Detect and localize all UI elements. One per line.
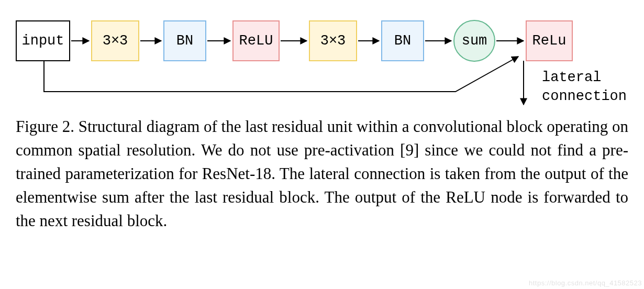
arrow-icon <box>280 36 309 46</box>
arrow-icon <box>357 36 381 46</box>
relu-block-1: ReLU <box>232 20 280 61</box>
arrow-icon <box>139 36 163 46</box>
relu-block-1-label: ReLU <box>239 33 273 49</box>
lateral-connection-label: lateral connection <box>542 68 627 106</box>
residual-unit-diagram: input 3×3 BN ReLU 3×3 BN <box>16 10 628 110</box>
input-block-label: input <box>22 33 64 49</box>
conv3x3-block-1: 3×3 <box>91 20 139 61</box>
bn-block-2-label: BN <box>394 33 411 49</box>
watermark-text: https://blog.csdn.net/qq_41582523 <box>529 279 642 287</box>
arrow-icon <box>424 36 453 46</box>
sum-node-label: sum <box>462 33 487 49</box>
arrow-icon <box>495 36 526 46</box>
figure-caption: Figure 2. Structural diagram of the last… <box>16 115 628 233</box>
arrow-icon <box>70 36 91 46</box>
skip-connection-path <box>44 57 518 92</box>
input-block: input <box>16 20 70 61</box>
bn-block-1-label: BN <box>176 33 193 49</box>
bn-block-1: BN <box>163 20 206 61</box>
arrow-icon <box>206 36 232 46</box>
sum-node: sum <box>453 20 495 62</box>
conv3x3-block-2: 3×3 <box>309 20 357 61</box>
lateral-label-line-1: lateral <box>542 68 627 87</box>
conv3x3-block-2-label: 3×3 <box>320 33 346 49</box>
bn-block-2: BN <box>381 20 424 61</box>
relu-block-2: ReLu <box>526 20 573 61</box>
relu-block-2-label: ReLu <box>532 33 567 49</box>
conv3x3-block-1-label: 3×3 <box>103 33 128 49</box>
lateral-label-line-2: connection <box>542 87 627 106</box>
